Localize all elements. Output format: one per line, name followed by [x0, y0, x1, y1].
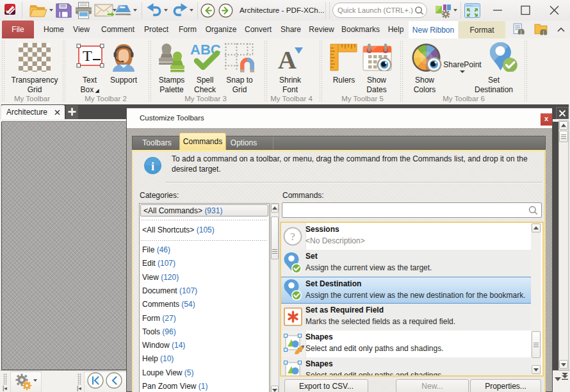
svg-text:T: T: [83, 47, 92, 64]
svg-text:?: ?: [290, 231, 295, 243]
svg-text:A: A: [278, 45, 297, 72]
svg-text:i: i: [151, 160, 154, 173]
